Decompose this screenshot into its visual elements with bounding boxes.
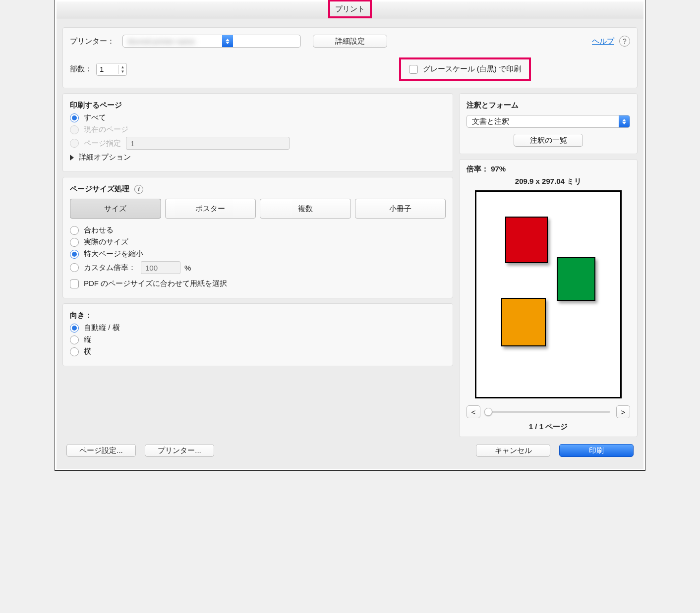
preview-dimensions: 209.9 x 297.04 ミリ [467,177,630,186]
actual-label: 実際のサイズ [84,237,128,247]
custom-radio[interactable] [70,263,79,272]
choose-paper-checkbox[interactable] [70,279,79,288]
dialog-footer: ページ設定... プリンター... キャンセル 印刷 [62,437,638,462]
orient-auto-radio[interactable] [70,324,79,333]
orient-auto-label: 自動縦 / 横 [84,323,120,333]
pages-all-label: すべて [84,113,106,122]
shrink-radio[interactable] [70,250,79,259]
pages-range-input[interactable] [126,137,290,150]
pages-all-radio[interactable] [70,113,79,122]
printer-select[interactable]: blurred printer name [122,35,301,48]
comments-summary-button[interactable]: 注釈の一覧 [514,134,583,147]
pages-range-radio[interactable] [70,139,79,148]
pages-range-label: ページ指定 [84,139,121,148]
slider-thumb[interactable] [484,408,492,416]
comments-heading: 注釈とフォーム [467,101,630,110]
printer-panel: プリンター： blurred printer name 詳細設定 ヘルプ ? 部… [62,27,638,88]
prev-page-button[interactable]: < [467,405,480,418]
size-handling-panel: ページサイズ処理 i サイズ ポスター 複数 小冊子 合わせる 実際のサイズ 特… [62,177,453,298]
page-slider[interactable] [486,411,610,413]
custom-label: カスタム倍率： [84,263,136,273]
shrink-label: 特大ページを縮小 [84,249,143,259]
next-page-button[interactable]: > [616,405,630,418]
orientation-panel: 向き： 自動縦 / 横 縦 横 [62,303,453,366]
choose-paper-label: PDF のページサイズに合わせて用紙を選択 [84,279,227,288]
tab-poster[interactable]: ポスター [165,199,256,219]
print-button[interactable]: 印刷 [559,444,634,457]
grayscale-label: グレースケール (白黒) で印刷 [423,64,521,74]
orient-portrait-label: 縦 [84,335,91,344]
stepper-arrows-icon[interactable]: ▲▼ [118,65,126,74]
printer-util-button[interactable]: プリンター... [145,444,214,457]
orient-landscape-radio[interactable] [70,347,79,356]
help-link[interactable]: ヘルプ [592,37,614,46]
tab-multi[interactable]: 複数 [260,199,351,219]
fit-radio[interactable] [70,226,79,235]
orient-landscape-label: 横 [84,347,91,356]
titlebar: プリント [57,1,643,18]
page-setup-button[interactable]: ページ設定... [66,444,136,457]
orientation-heading: 向き： [70,311,446,320]
copies-label: 部数： [70,64,92,74]
tab-size[interactable]: サイズ [70,199,161,219]
window-title: プリント [335,1,365,16]
fit-label: 合わせる [84,225,114,235]
scale-row: 倍率： 97% [467,165,630,174]
window-title-highlight: プリント [328,0,372,18]
custom-scale-input[interactable] [141,261,180,274]
preview-shape-red [505,217,548,263]
grayscale-checkbox[interactable] [409,65,418,74]
advanced-settings-button[interactable]: 詳細設定 [313,35,387,48]
chevron-updown-icon [619,115,630,127]
pages-current-radio[interactable] [70,125,79,134]
pages-heading: 印刷するページ [70,101,446,110]
copies-input[interactable] [97,63,118,75]
preview-shape-green [557,257,595,301]
orient-portrait-radio[interactable] [70,335,79,344]
actual-radio[interactable] [70,238,79,247]
print-dialog: プリント プリンター： blurred printer name 詳細設定 ヘル… [55,0,645,470]
pages-more-options[interactable]: 詳細オプション [79,153,131,162]
preview-panel: 倍率： 97% 209.9 x 297.04 ミリ < > 1 / 1 ペ [459,159,638,437]
printer-label: プリンター： [70,37,115,46]
preview-shape-orange [501,298,546,346]
scale-value: 97% [491,165,506,173]
comments-select[interactable]: 文書と注釈 [467,115,630,128]
preview-page [475,190,622,398]
page-of-label: 1 / 1 ページ [467,422,630,432]
grayscale-highlight: グレースケール (白黒) で印刷 [399,57,531,81]
size-heading: ページサイズ処理 i [70,184,446,194]
info-icon[interactable]: i [134,185,143,194]
size-tabs: サイズ ポスター 複数 小冊子 [70,199,446,219]
help-icon[interactable]: ? [619,36,630,47]
pages-current-label: 現在のページ [84,125,128,134]
comments-panel: 注釈とフォーム 文書と注釈 注釈の一覧 [459,93,638,154]
disclosure-triangle-icon[interactable] [70,155,74,161]
chevron-updown-icon [222,35,233,47]
copies-stepper[interactable]: ▲▼ [96,63,127,76]
tab-booklet[interactable]: 小冊子 [355,199,446,219]
pages-panel: 印刷するページ すべて 現在のページ ページ指定 詳細オプション [62,93,453,172]
cancel-button[interactable]: キャンセル [476,444,550,457]
percent-label: % [184,264,191,272]
